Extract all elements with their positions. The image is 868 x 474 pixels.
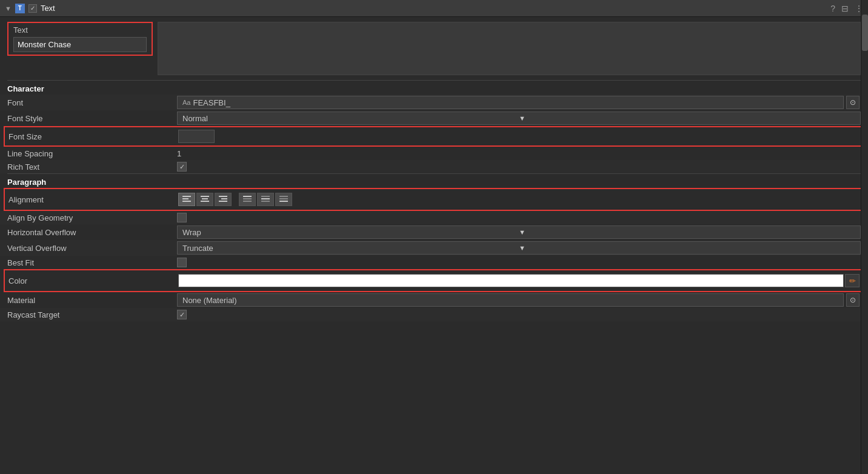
svg-rect-13 xyxy=(261,198,270,199)
scrollbar[interactable] xyxy=(861,0,868,474)
text-large-area[interactable] xyxy=(158,22,861,75)
line-spacing-text: 1 xyxy=(177,149,181,158)
font-value: Aa FEASFBI_ ⊙ xyxy=(177,96,861,109)
svg-rect-8 xyxy=(219,201,227,202)
rich-text-value: ✓ xyxy=(177,162,861,172)
alignment-label: Alignment xyxy=(8,195,178,204)
component-title: Text xyxy=(41,4,55,13)
font-aa-icon: Aa xyxy=(182,99,190,106)
svg-rect-9 xyxy=(243,196,252,197)
font-row: Font Aa FEASFBI_ ⊙ xyxy=(0,95,868,110)
color-value: ✏ xyxy=(178,274,860,287)
line-spacing-label: Line Spacing xyxy=(7,149,177,158)
align-bottom-btn[interactable] xyxy=(275,193,292,206)
eyedropper-btn[interactable]: ✏ xyxy=(845,274,860,287)
svg-rect-5 xyxy=(201,201,209,202)
header-right: ? ⊟ ⋮ xyxy=(830,4,863,13)
raycast-target-label: Raycast Target xyxy=(7,310,177,319)
alignment-row: Alignment xyxy=(8,190,860,209)
svg-rect-0 xyxy=(182,196,191,197)
font-style-value: Normal ▼ xyxy=(177,112,861,125)
best-fit-checkbox[interactable] xyxy=(177,258,187,267)
character-section-heading: Character xyxy=(0,81,868,95)
color-highlight: Color ✏ xyxy=(4,269,864,292)
help-icon[interactable]: ? xyxy=(830,4,835,13)
font-size-row: Font Size 214 xyxy=(8,129,860,144)
svg-rect-12 xyxy=(261,196,270,197)
header-left: ▼ T ✓ Text xyxy=(5,4,830,13)
svg-rect-6 xyxy=(219,196,227,197)
material-select-btn[interactable]: ⊙ xyxy=(846,293,860,307)
svg-rect-16 xyxy=(279,198,288,199)
align-middle-btn[interactable] xyxy=(257,193,274,206)
component-enabled-checkbox[interactable]: ✓ xyxy=(28,4,37,13)
svg-rect-3 xyxy=(201,196,209,197)
font-name: FEASFBI_ xyxy=(193,98,230,107)
font-style-dropdown[interactable]: Normal ▼ xyxy=(177,112,861,125)
font-label: Font xyxy=(7,98,177,107)
vertical-overflow-value: Truncate ▼ xyxy=(177,241,861,255)
text-field-label: Text xyxy=(13,25,147,35)
vertical-overflow-text: Truncate xyxy=(182,244,519,253)
horizontal-overflow-row: Horizontal Overflow Wrap ▼ xyxy=(0,224,868,240)
font-size-highlight: Font Size 214 xyxy=(4,126,864,147)
material-field[interactable]: None (Material) xyxy=(177,293,844,307)
raycast-target-value: ✓ xyxy=(177,310,861,319)
text-content-box: Text Monster Chase xyxy=(7,22,153,56)
font-field[interactable]: Aa FEASFBI_ xyxy=(177,96,844,109)
font-style-text: Normal xyxy=(182,114,519,123)
color-swatch[interactable] xyxy=(178,274,844,287)
align-top-btn[interactable] xyxy=(239,193,256,206)
svg-rect-11 xyxy=(243,201,252,202)
scrollbar-thumb[interactable] xyxy=(862,15,868,51)
material-label: Material xyxy=(7,296,177,305)
collapse-icon[interactable]: ▼ xyxy=(5,5,12,12)
panel-content: Text Monster Chase Character Font Aa FEA… xyxy=(0,17,868,321)
align-by-geometry-label: Align By Geometry xyxy=(7,213,177,222)
svg-rect-14 xyxy=(261,201,270,202)
material-row: Material None (Material) ⊙ xyxy=(0,292,868,308)
align-right-btn[interactable] xyxy=(215,193,232,206)
best-fit-label: Best Fit xyxy=(7,258,177,267)
component-header: ▼ T ✓ Text ? ⊟ ⋮ xyxy=(0,0,868,17)
horizontal-overflow-label: Horizontal Overflow xyxy=(7,228,177,237)
align-by-geometry-row: Align By Geometry xyxy=(0,211,868,224)
horizontal-overflow-value: Wrap ▼ xyxy=(177,225,861,239)
raycast-target-checkbox[interactable]: ✓ xyxy=(177,310,187,319)
vertical-overflow-dropdown[interactable]: Truncate ▼ xyxy=(177,241,861,255)
font-style-label: Font Style xyxy=(7,114,177,123)
align-center-btn[interactable] xyxy=(196,193,213,206)
vertical-overflow-row: Vertical Overflow Truncate ▼ xyxy=(0,240,868,256)
rich-text-label: Rich Text xyxy=(7,162,177,172)
font-select-btn[interactable]: ⊙ xyxy=(846,96,860,109)
font-style-arrow: ▼ xyxy=(519,115,855,122)
text-value-input[interactable]: Monster Chase xyxy=(13,37,147,52)
svg-rect-15 xyxy=(279,196,288,197)
vertical-overflow-arrow: ▼ xyxy=(519,244,855,252)
rich-text-checkbox[interactable]: ✓ xyxy=(177,162,187,172)
font-size-input[interactable]: 214 xyxy=(178,130,215,143)
line-spacing-row: Line Spacing 1 xyxy=(0,147,868,160)
align-by-geometry-checkbox[interactable] xyxy=(177,213,187,222)
component-panel: ▼ T ✓ Text ? ⊟ ⋮ Text Monster Chase Char… xyxy=(0,0,868,321)
material-value: None (Material) ⊙ xyxy=(177,293,861,307)
svg-rect-1 xyxy=(182,198,189,199)
font-style-row: Font Style Normal ▼ xyxy=(0,110,868,126)
svg-rect-17 xyxy=(279,201,288,202)
best-fit-value xyxy=(177,258,861,267)
svg-rect-10 xyxy=(243,198,252,199)
line-spacing-value: 1 xyxy=(177,149,861,158)
adjust-icon[interactable]: ⊟ xyxy=(841,4,849,13)
horizontal-overflow-arrow: ▼ xyxy=(519,229,855,236)
paragraph-section-heading: Paragraph xyxy=(0,174,868,188)
rich-text-row: Rich Text ✓ xyxy=(0,160,868,173)
material-text: None (Material) xyxy=(182,296,237,305)
svg-rect-7 xyxy=(221,198,227,199)
alignment-value xyxy=(178,193,860,206)
horizontal-overflow-dropdown[interactable]: Wrap ▼ xyxy=(177,225,861,239)
align-by-geometry-value xyxy=(177,213,861,222)
top-section: Text Monster Chase xyxy=(0,17,868,80)
horizontal-overflow-text: Wrap xyxy=(182,228,519,237)
color-row: Color ✏ xyxy=(8,272,860,290)
align-left-btn[interactable] xyxy=(178,193,195,206)
